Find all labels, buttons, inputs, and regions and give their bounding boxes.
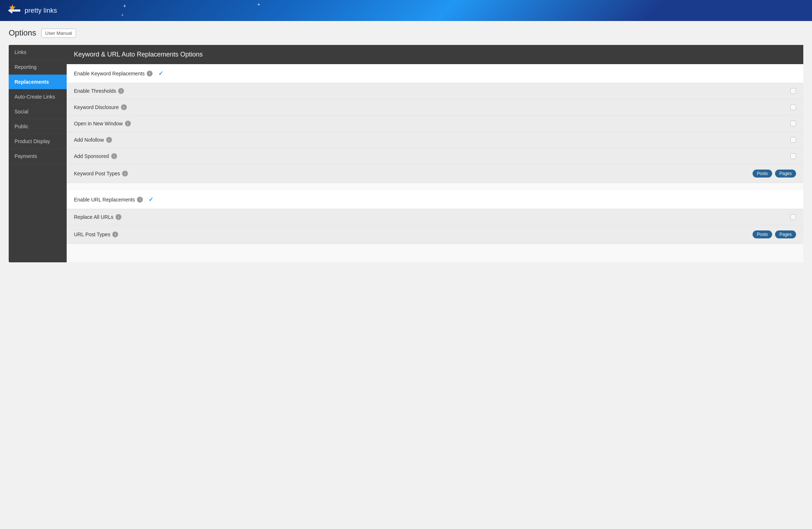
open-in-new-window-control[interactable]	[790, 121, 796, 126]
keyword-post-types-tag-posts[interactable]: Posts	[753, 170, 772, 178]
top-header: + + + pretty links	[0, 0, 812, 21]
logo-area: pretty links	[7, 4, 57, 17]
replace-all-urls-info-icon[interactable]: i	[116, 214, 121, 220]
enable-url-replacements-row: Enable URL Replacements i ✓	[67, 190, 803, 209]
star-deco-1: +	[123, 3, 126, 9]
keyword-post-types-info-icon[interactable]: i	[122, 171, 128, 176]
sidebar: Links Reporting Replacements Auto-Create…	[9, 45, 67, 262]
sidebar-item-replacements[interactable]: Replacements	[9, 75, 67, 89]
section-separator	[67, 183, 803, 190]
replace-all-urls-checkbox[interactable]	[790, 214, 796, 220]
enable-keyword-replacements-check: ✓	[158, 70, 163, 77]
enable-thresholds-checkbox[interactable]	[790, 88, 796, 94]
content-area: Keyword & URL Auto Replacements Options …	[67, 45, 803, 262]
sidebar-item-reporting[interactable]: Reporting	[9, 60, 67, 75]
star-deco-3: +	[121, 13, 124, 17]
add-sponsored-info-icon[interactable]: i	[111, 153, 117, 159]
keyword-disclosure-label: Keyword Disclosure i	[74, 104, 790, 110]
enable-thresholds-control[interactable]	[790, 88, 796, 94]
page-title-area: Options User Manual	[9, 28, 803, 38]
keyword-post-types-row: Keyword Post Types i Posts Pages	[67, 164, 803, 183]
add-sponsored-control[interactable]	[790, 153, 796, 159]
keyword-disclosure-row: Keyword Disclosure i	[67, 99, 803, 116]
url-post-types-tag-pages[interactable]: Pages	[775, 230, 796, 238]
open-in-new-window-row: Open in New Window i	[67, 116, 803, 132]
url-post-types-label: URL Post Types i	[74, 232, 753, 237]
add-nofollow-info-icon[interactable]: i	[106, 137, 112, 143]
keyword-post-types-control: Posts Pages	[753, 170, 796, 178]
sidebar-item-auto-create-links[interactable]: Auto-Create Links	[9, 89, 67, 104]
keyword-disclosure-control[interactable]	[790, 104, 796, 110]
sidebar-item-product-display[interactable]: Product Display	[9, 134, 67, 149]
enable-thresholds-row: Enable Thresholds i	[67, 83, 803, 99]
logo-text: pretty links	[25, 7, 57, 14]
open-in-new-window-info-icon[interactable]: i	[125, 121, 131, 126]
logo-icon	[7, 4, 21, 17]
url-options-panel: Replace All URLs i URL Post Types i Post…	[67, 209, 803, 244]
add-nofollow-label: Add Nofollow i	[74, 137, 790, 143]
sidebar-item-payments[interactable]: Payments	[9, 149, 67, 164]
url-post-types-control: Posts Pages	[753, 230, 796, 238]
sidebar-item-links[interactable]: Links	[9, 45, 67, 60]
keyword-post-types-label: Keyword Post Types i	[74, 171, 753, 176]
enable-keyword-replacements-info-icon[interactable]: i	[147, 71, 153, 76]
enable-url-replacements-check: ✓	[149, 196, 153, 203]
sidebar-item-public[interactable]: Public	[9, 119, 67, 134]
main-layout: Links Reporting Replacements Auto-Create…	[9, 45, 803, 262]
url-post-types-info-icon[interactable]: i	[112, 232, 118, 237]
add-nofollow-checkbox[interactable]	[790, 137, 796, 143]
sidebar-item-social[interactable]: Social	[9, 104, 67, 119]
keyword-disclosure-checkbox[interactable]	[790, 104, 796, 110]
open-in-new-window-checkbox[interactable]	[790, 121, 796, 126]
add-nofollow-row: Add Nofollow i	[67, 132, 803, 148]
enable-url-replacements-label: Enable URL Replacements i	[74, 197, 143, 203]
replace-all-urls-control[interactable]	[790, 214, 796, 220]
url-post-types-tag-posts[interactable]: Posts	[753, 230, 772, 238]
star-deco-2: +	[257, 1, 260, 7]
add-sponsored-checkbox[interactable]	[790, 153, 796, 159]
add-sponsored-label: Add Sponsored i	[74, 153, 790, 159]
svg-marker-0	[8, 7, 20, 14]
section-header: Keyword & URL Auto Replacements Options	[67, 45, 803, 64]
replace-all-urls-row: Replace All URLs i	[67, 209, 803, 225]
add-nofollow-control[interactable]	[790, 137, 796, 143]
enable-thresholds-label: Enable Thresholds i	[74, 88, 790, 94]
enable-keyword-replacements-row: Enable Keyword Replacements i ✓	[67, 64, 803, 83]
replace-all-urls-label: Replace All URLs i	[74, 214, 790, 220]
enable-url-replacements-info-icon[interactable]: i	[137, 197, 143, 203]
url-post-types-row: URL Post Types i Posts Pages	[67, 225, 803, 244]
keyword-post-types-tag-pages[interactable]: Pages	[775, 170, 796, 178]
page-wrapper: Options User Manual Links Reporting Repl…	[0, 21, 812, 270]
enable-keyword-replacements-label: Enable Keyword Replacements i	[74, 71, 153, 76]
user-manual-button[interactable]: User Manual	[41, 29, 76, 38]
page-title: Options	[9, 28, 36, 38]
open-in-new-window-label: Open in New Window i	[74, 121, 790, 126]
keyword-options-panel: Enable Thresholds i Keyword Disclosure i	[67, 83, 803, 183]
keyword-disclosure-info-icon[interactable]: i	[121, 104, 127, 110]
enable-thresholds-info-icon[interactable]: i	[118, 88, 124, 94]
add-sponsored-row: Add Sponsored i	[67, 148, 803, 164]
